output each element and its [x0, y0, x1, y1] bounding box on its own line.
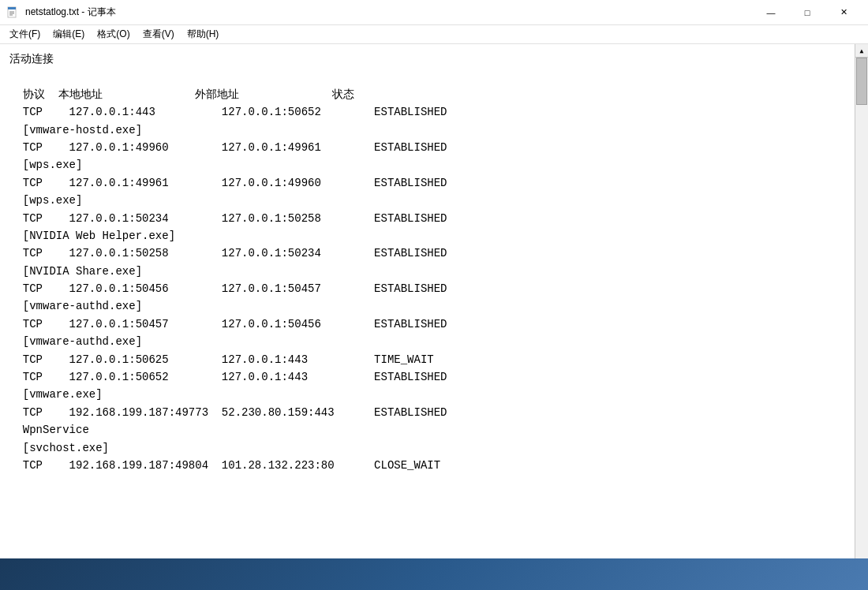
menu-file[interactable]: 文件(F)	[3, 26, 47, 43]
menu-view[interactable]: 查看(V)	[137, 26, 181, 43]
menu-format[interactable]: 格式(O)	[91, 26, 136, 43]
scrollbar[interactable]: ▲ ▼	[855, 44, 868, 590]
notepad-window: netstatlog.txt - 记事本 — □ ✕ 文件(F) 编辑(E) 格…	[0, 0, 868, 590]
menu-help[interactable]: 帮助(H)	[181, 26, 226, 43]
close-button[interactable]: ✕	[825, 0, 862, 25]
content-area: 活动连接 协议 本地地址 外部地址 状态 TCP 127.0.0.1:443 1…	[0, 44, 868, 590]
svg-rect-1	[8, 7, 16, 9]
title-bar: netstatlog.txt - 记事本 — □ ✕	[0, 0, 868, 25]
window-title: netstatlog.txt - 记事本	[25, 6, 753, 19]
app-icon	[6, 6, 19, 19]
window-controls: — □ ✕	[753, 0, 862, 25]
scrollbar-track[interactable]	[855, 58, 868, 577]
minimize-button[interactable]: —	[753, 0, 789, 25]
scrollbar-thumb[interactable]	[856, 58, 867, 105]
taskbar	[0, 558, 868, 590]
text-editor[interactable]: 活动连接 协议 本地地址 外部地址 状态 TCP 127.0.0.1:443 1…	[0, 44, 855, 590]
menu-bar: 文件(F) 编辑(E) 格式(O) 查看(V) 帮助(H)	[0, 25, 868, 44]
menu-edit[interactable]: 编辑(E)	[47, 26, 91, 43]
scroll-up-button[interactable]: ▲	[855, 44, 868, 58]
maximize-button[interactable]: □	[789, 0, 825, 25]
